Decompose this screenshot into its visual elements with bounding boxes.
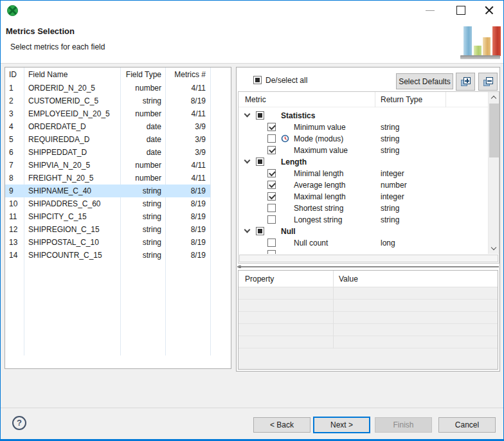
- table-row[interactable]: 10SHIPADDRES_C_60string8/19: [5, 197, 231, 210]
- cell-filler: [210, 146, 231, 159]
- horizontal-scrollbar[interactable]: [239, 255, 498, 262]
- tree-item-row[interactable]: Maximum valuestring: [239, 145, 488, 156]
- tree-item-row[interactable]: Minimum valuestring: [239, 122, 488, 133]
- metric-checkbox[interactable]: [267, 169, 276, 177]
- chevron-down-icon[interactable]: [244, 158, 251, 164]
- table-row[interactable]: 11SHIPCITY_C_15string8/19: [5, 210, 231, 223]
- expand-all-button[interactable]: [456, 73, 475, 91]
- bar-chart-icon: [457, 21, 502, 60]
- cell-id: 9: [5, 184, 24, 197]
- cell-metrics: 3/9: [165, 133, 210, 146]
- table-row[interactable]: 12SHIPREGION_C_15string8/19: [5, 223, 231, 236]
- column-header-property[interactable]: Property: [245, 271, 274, 287]
- table-row[interactable]: 2CUSTOMERID_C_5string8/19: [5, 94, 231, 107]
- select-defaults-button[interactable]: Select Defaults: [396, 73, 453, 89]
- tree-category-row[interactable]: Length: [239, 156, 488, 168]
- field-table-header: ID Field Name Field Type Metrics #: [5, 68, 231, 82]
- column-divider[interactable]: [375, 92, 375, 107]
- category-checkbox[interactable]: [256, 111, 264, 120]
- cell-type: string: [120, 197, 165, 210]
- maximize-button[interactable]: [448, 1, 474, 20]
- chevron-down-icon[interactable]: [244, 111, 251, 118]
- return-type: integer: [381, 169, 404, 178]
- table-row[interactable]: 9SHIPNAME_C_40string8/19: [5, 184, 231, 197]
- cell-type: string: [120, 249, 165, 262]
- metric-label: Minimal length: [294, 169, 343, 178]
- metric-checkbox[interactable]: [267, 204, 276, 212]
- splitter-sash[interactable]: [237, 266, 499, 268]
- metric-checkbox[interactable]: [267, 181, 276, 189]
- metric-checkbox[interactable]: [267, 192, 276, 201]
- scroll-up-icon[interactable]: [489, 92, 500, 103]
- column-header-value[interactable]: Value: [339, 271, 358, 287]
- tree-category-row[interactable]: Statistics: [239, 110, 488, 122]
- cell-name: SHIPNAME_C_40: [24, 184, 120, 197]
- tree-item-row[interactable]: Longest stringstring: [239, 214, 488, 226]
- close-button[interactable]: [476, 1, 502, 20]
- metric-checkbox[interactable]: [267, 215, 276, 224]
- help-icon[interactable]: [12, 416, 26, 430]
- table-row[interactable]: 7SHIPVIA_N_20_5number4/11: [5, 159, 231, 172]
- cell-name: EMPLOYEEID_N_20_5: [24, 107, 120, 120]
- column-header-metrics[interactable]: Metrics #: [165, 68, 210, 82]
- clock-icon: [281, 134, 289, 143]
- table-row[interactable]: [239, 287, 498, 300]
- tree-item-row[interactable]: Shortest stringstring: [239, 203, 488, 214]
- minimize-button[interactable]: [417, 1, 443, 20]
- table-row[interactable]: [239, 300, 498, 312]
- metric-checkbox[interactable]: [267, 239, 276, 247]
- table-row[interactable]: [239, 336, 498, 348]
- deselect-all-label: De/select all: [266, 76, 307, 85]
- bar-green: [474, 46, 482, 56]
- vertical-scrollbar[interactable]: [488, 92, 499, 254]
- column-divider[interactable]: [446, 92, 446, 107]
- metric-checkbox[interactable]: [267, 146, 276, 154]
- tree-item-row[interactable]: Null countlong: [239, 237, 488, 249]
- back-button[interactable]: < Back: [253, 417, 310, 433]
- table-row[interactable]: 4ORDERDATE_Ddate3/9: [5, 120, 231, 133]
- cancel-button[interactable]: Cancel: [438, 417, 496, 433]
- cell-filler: [210, 159, 231, 172]
- cell-metrics: 4/11: [165, 172, 210, 184]
- return-type: string: [381, 134, 399, 143]
- table-row[interactable]: [239, 324, 498, 336]
- table-row[interactable]: 6SHIPPEDDAT_Ddate3/9: [5, 146, 231, 159]
- column-header-id[interactable]: ID: [5, 68, 24, 82]
- table-row[interactable]: 3EMPLOYEEID_N_20_5number4/11: [5, 107, 231, 120]
- deselect-all-checkbox[interactable]: [253, 76, 262, 84]
- tree-item-row[interactable]: Average lengthnumber: [239, 179, 488, 191]
- column-header-metric[interactable]: Metric: [245, 92, 266, 107]
- tree-item-row[interactable]: Mode (modus)string: [239, 133, 488, 145]
- tree-item-row[interactable]: Minimal lengthinteger: [239, 168, 488, 179]
- chevron-down-icon[interactable]: [244, 227, 251, 233]
- category-checkbox[interactable]: [256, 227, 264, 235]
- next-button[interactable]: Next >: [313, 417, 370, 433]
- column-header-type[interactable]: Field Type: [120, 68, 165, 82]
- collapse-all-button[interactable]: [478, 73, 498, 91]
- metric-checkbox[interactable]: [267, 250, 276, 254]
- category-checkbox[interactable]: [256, 158, 264, 166]
- table-row[interactable]: 14SHIPCOUNTR_C_15string8/19: [5, 249, 231, 262]
- finish-button[interactable]: Finish: [375, 417, 432, 433]
- column-header-name[interactable]: Field Name: [24, 68, 120, 82]
- scroll-down-icon[interactable]: [489, 243, 500, 254]
- cell-name: ORDERDATE_D: [24, 120, 120, 133]
- cell-filler: [210, 249, 231, 262]
- cell-name: SHIPPOSTAL_C_10: [24, 236, 120, 249]
- scrollbar-thumb[interactable]: [489, 104, 499, 158]
- cell-id: 8: [5, 172, 24, 184]
- tree-item-row[interactable]: [239, 249, 488, 254]
- tree-item-row[interactable]: Maximal lengthinteger: [239, 191, 488, 203]
- table-row[interactable]: [239, 312, 498, 324]
- cell-id: 14: [5, 249, 24, 262]
- table-row[interactable]: 8FREIGHT_N_20_5number4/11: [5, 172, 231, 184]
- table-row[interactable]: 5REQUIREDDA_Ddate3/9: [5, 133, 231, 146]
- metric-checkbox[interactable]: [267, 134, 276, 143]
- tree-category-row[interactable]: Null: [239, 226, 488, 237]
- return-type: string: [381, 215, 399, 224]
- cell-type: number: [120, 159, 165, 172]
- table-row[interactable]: 13SHIPPOSTAL_C_10string8/19: [5, 236, 231, 249]
- metric-checkbox[interactable]: [267, 123, 276, 131]
- table-row[interactable]: 1ORDERID_N_20_5number4/11: [5, 82, 231, 94]
- column-header-return-type[interactable]: Return Type: [381, 92, 422, 107]
